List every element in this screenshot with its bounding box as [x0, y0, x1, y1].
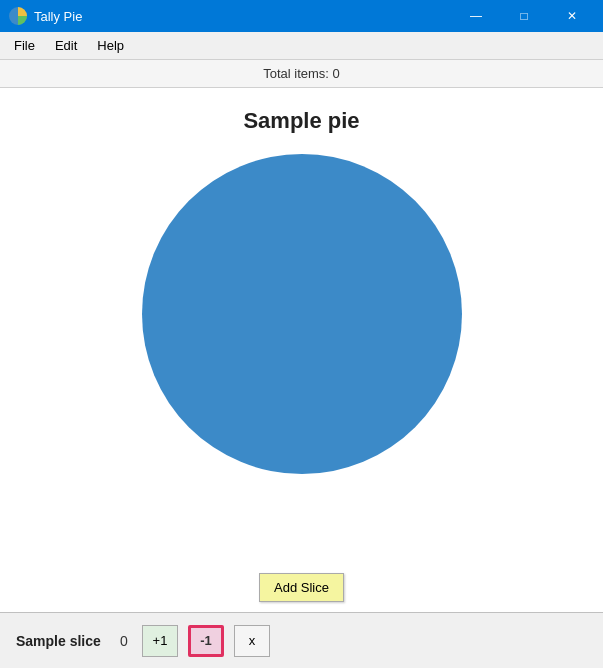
minimize-button[interactable]: — [453, 0, 499, 32]
slice-minus-button[interactable]: -1 [188, 625, 224, 657]
close-button[interactable]: ✕ [549, 0, 595, 32]
title-bar-left: Tally Pie [8, 6, 82, 26]
pie-chart [142, 154, 462, 474]
title-bar: Tally Pie — □ ✕ [0, 0, 603, 32]
app-title: Tally Pie [34, 9, 82, 24]
menu-file[interactable]: File [4, 34, 45, 57]
main-content: Sample pie Add Slice [0, 88, 603, 612]
slice-row: Sample slice 0 +1 -1 x [0, 612, 603, 668]
menu-bar: File Edit Help [0, 32, 603, 60]
maximize-button[interactable]: □ [501, 0, 547, 32]
menu-help[interactable]: Help [87, 34, 134, 57]
add-slice-wrapper: Add Slice [259, 553, 344, 602]
slice-remove-button[interactable]: x [234, 625, 270, 657]
slice-name-label: Sample slice [16, 633, 106, 649]
status-bar: Total items: 0 [0, 60, 603, 88]
app-icon [8, 6, 28, 26]
chart-title: Sample pie [243, 108, 359, 134]
add-slice-button[interactable]: Add Slice [259, 573, 344, 602]
slice-plus-button[interactable]: +1 [142, 625, 178, 657]
title-bar-controls: — □ ✕ [453, 0, 595, 32]
total-items-label: Total items: 0 [263, 66, 340, 81]
menu-edit[interactable]: Edit [45, 34, 87, 57]
slice-count-value: 0 [116, 633, 132, 649]
